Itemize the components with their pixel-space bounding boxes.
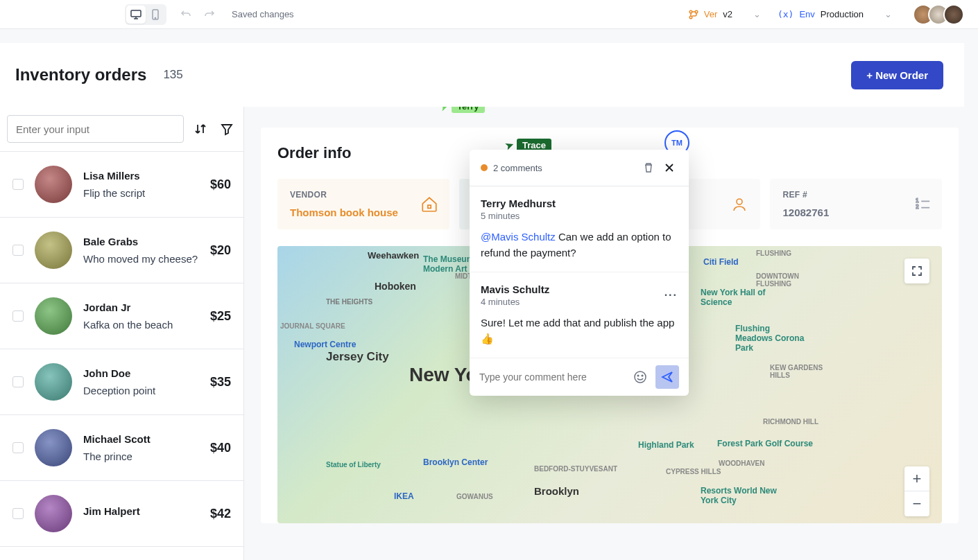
- order-price: $20: [210, 243, 231, 258]
- zoom-in-button[interactable]: +: [904, 466, 929, 491]
- avatar: [35, 429, 72, 466]
- map-poi: IKEA: [394, 491, 414, 501]
- saved-status: Saved changes: [232, 9, 294, 19]
- map-hood: JOURNAL SQUARE: [280, 322, 345, 330]
- comment-reply-input[interactable]: [479, 371, 625, 383]
- map-hood: Statue of Liberty: [326, 461, 381, 469]
- trash-icon: [644, 162, 653, 173]
- desktop-device-button[interactable]: [126, 6, 146, 24]
- cursor-label: Terry: [452, 107, 485, 113]
- comment-body: @Mavis Schultz Can we add an option to r…: [481, 229, 678, 261]
- order-list-row[interactable]: Jim Halpert $42: [0, 481, 243, 547]
- vendor-label: VENDOR: [290, 190, 437, 200]
- comment-item: Mavis Schultz 4 minutes ··· Sure! Let me…: [470, 272, 689, 358]
- version-selector[interactable]: Ver v2 ⌄: [689, 9, 761, 19]
- map-poi: Resorts World New York City: [701, 486, 784, 505]
- map-hood: Highland Park: [638, 440, 694, 450]
- row-checkbox[interactable]: [12, 376, 24, 387]
- undo-icon: [180, 9, 191, 20]
- redo-button[interactable]: [200, 5, 219, 24]
- filter-button[interactable]: [217, 119, 237, 139]
- order-list-row[interactable]: Jordan Jr Kafka on the beach $25: [0, 283, 243, 349]
- svg-point-3: [689, 10, 692, 13]
- map-hood: DOWNTOWN FLUSHING: [756, 272, 812, 288]
- svg-text:2: 2: [916, 204, 919, 210]
- row-checkbox[interactable]: [12, 245, 24, 256]
- mobile-device-button[interactable]: [146, 6, 165, 24]
- order-detail-pane: ➤ Terry ➤ Trace TM Order info VENDOR Tho…: [244, 107, 978, 560]
- order-list-row[interactable]: Bale Grabs Who moved my cheese? $20: [0, 218, 243, 283]
- comment-item: Terry Medhurst 5 minutes @Mavis Schultz …: [470, 186, 689, 272]
- order-list-row[interactable]: Lisa Millers Flip the script $60: [0, 152, 243, 218]
- send-comment-button[interactable]: [655, 365, 679, 389]
- order-price: $35: [210, 375, 231, 390]
- order-list-row[interactable]: John Doe Deception point $35: [0, 349, 243, 415]
- comment-time: 4 minutes: [481, 297, 549, 307]
- device-toggle: [125, 4, 166, 25]
- map-hood: CYPRESS HILLS: [666, 468, 721, 475]
- order-subtitle: The prince: [83, 450, 199, 462]
- order-name: John Doe: [83, 367, 199, 379]
- comment-time: 5 minutes: [481, 211, 556, 221]
- undo-button[interactable]: [176, 5, 196, 24]
- collaborator-avatars: [918, 4, 964, 25]
- order-price: $60: [210, 177, 231, 192]
- svg-point-11: [637, 375, 639, 376]
- map-fullscreen-button[interactable]: [904, 259, 929, 283]
- row-checkbox[interactable]: [12, 442, 24, 453]
- page-title: Inventory orders: [15, 65, 146, 85]
- comment-more-button[interactable]: ···: [664, 289, 678, 301]
- comments-count: 2 comments: [493, 163, 636, 173]
- list-icon: 12: [916, 197, 931, 212]
- sort-button[interactable]: [191, 119, 210, 139]
- map-label: Weehawken: [368, 250, 419, 261]
- mention[interactable]: @Mavis Schultz: [481, 231, 556, 243]
- environment-selector[interactable]: (x) Env Production ⌄: [778, 9, 892, 19]
- send-icon: [661, 371, 674, 383]
- map-label: Brooklyn: [534, 485, 579, 497]
- avatar: [35, 495, 72, 532]
- map-poi: Citi Field: [703, 257, 739, 267]
- zoom-out-button[interactable]: −: [904, 491, 929, 516]
- chevron-down-icon: ⌄: [884, 9, 892, 19]
- page-header: Inventory orders 135 + New Order: [0, 43, 964, 107]
- map-poi: Newport Centre: [294, 340, 356, 349]
- branch-icon: [689, 10, 698, 19]
- map-hood: FLUSHING: [756, 250, 791, 257]
- order-name: Lisa Millers: [83, 170, 199, 182]
- map-hood: BEDFORD-STUYVESANT: [534, 465, 617, 473]
- row-checkbox[interactable]: [12, 310, 24, 322]
- row-checkbox[interactable]: [12, 508, 24, 519]
- order-list-row[interactable]: Michael Scott The prince $40: [0, 415, 243, 481]
- order-subtitle: Flip the script: [83, 187, 199, 199]
- order-subtitle: Who moved my cheese?: [83, 253, 199, 265]
- map-hood: WOODHAVEN: [719, 460, 764, 467]
- map-zoom-control: + −: [904, 466, 929, 516]
- order-name: Bale Grabs: [83, 236, 199, 247]
- cursor-arrow-icon: ➤: [438, 107, 451, 114]
- mobile-icon: [152, 9, 159, 20]
- avatar: [35, 166, 72, 203]
- emoji-picker-button[interactable]: [630, 367, 650, 387]
- search-input[interactable]: [7, 115, 184, 143]
- filter-icon: [220, 122, 234, 136]
- new-order-button[interactable]: + New Order: [851, 61, 943, 89]
- comment-author: Terry Medhurst: [481, 198, 556, 209]
- home-icon: [420, 195, 438, 213]
- svg-text:1: 1: [916, 198, 919, 204]
- collaborator-cursor-terry: ➤ Terry: [440, 107, 485, 113]
- svg-rect-6: [427, 205, 430, 208]
- order-price: $40: [210, 441, 231, 455]
- order-price: $42: [210, 507, 231, 521]
- row-checkbox[interactable]: [12, 179, 24, 190]
- svg-point-4: [689, 16, 692, 19]
- ref-label: REF #: [782, 190, 929, 200]
- avatar: [35, 297, 72, 335]
- order-name: Jim Halpert: [83, 505, 199, 517]
- page-count: 135: [163, 68, 182, 82]
- avatar[interactable]: [943, 4, 964, 25]
- comments-popover: 2 comments Terry Medhurst 5 minutes @Mav…: [470, 150, 689, 396]
- close-button[interactable]: [661, 159, 678, 176]
- archive-button[interactable]: [640, 159, 657, 176]
- map-label: Hoboken: [375, 281, 416, 292]
